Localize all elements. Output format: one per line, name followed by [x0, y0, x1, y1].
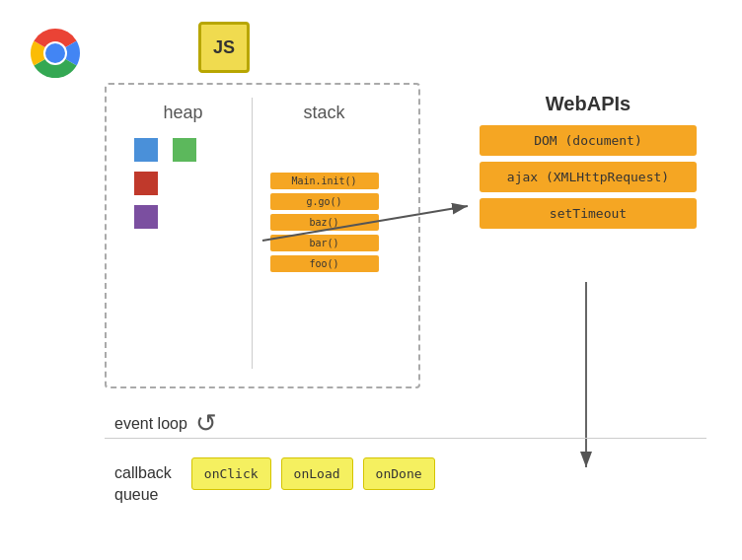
heap-row-3 [134, 205, 232, 229]
stack-frame-2: baz() [270, 214, 379, 231]
svg-point-2 [45, 43, 65, 63]
stack-frame-4: foo() [270, 255, 379, 272]
stack-frame-1: g.go() [270, 193, 379, 210]
heap-stack-container: heap stack Main.init() g.go() baz() [114, 98, 406, 369]
heap-label: heap [119, 103, 247, 123]
square-green [173, 138, 196, 162]
stack-label: stack [303, 103, 344, 123]
callback-onload: onLoad [281, 457, 353, 490]
square-red [134, 172, 158, 195]
callback-ondone: onDone [363, 457, 435, 490]
heap-row-2 [134, 172, 232, 195]
stack-frame-3: bar() [270, 235, 379, 251]
webapi-settimeout: setTimeout [480, 198, 697, 229]
main-container: JS heap stack Main. [16, 14, 726, 546]
heap-section: heap [114, 98, 253, 369]
chrome-logo [26, 24, 85, 83]
stack-frames: Main.init() g.go() baz() bar() foo() [270, 173, 379, 272]
heap-squares [119, 133, 247, 234]
stack-frame-0: Main.init() [270, 173, 379, 189]
callback-label: callback queue [114, 457, 172, 507]
webapis-section: WebAPIs DOM (document) ajax (XMLHttpRequ… [480, 93, 697, 235]
callback-items: onClick onLoad onDone [191, 457, 435, 490]
loop-icon: ↺ [195, 408, 227, 440]
callback-label-line1: callback [114, 464, 172, 481]
event-loop-area: event loop ↺ [114, 408, 227, 440]
callback-label-line2: queue [114, 486, 159, 503]
heap-row-1 [134, 138, 232, 162]
callback-onclick: onClick [191, 457, 271, 490]
js-badge-text: JS [213, 37, 235, 58]
callback-queue-area: callback queue onClick onLoad onDone [114, 457, 435, 507]
square-blue [134, 138, 158, 162]
webapi-ajax: ajax (XMLHttpRequest) [480, 162, 697, 192]
js-badge: JS [198, 22, 250, 73]
square-purple [134, 205, 158, 229]
stack-section: stack Main.init() g.go() baz() bar() foo… [253, 98, 396, 369]
webapi-dom: DOM (document) [480, 125, 697, 156]
webapis-title: WebAPIs [480, 93, 697, 115]
event-loop-label: event loop [114, 415, 187, 433]
